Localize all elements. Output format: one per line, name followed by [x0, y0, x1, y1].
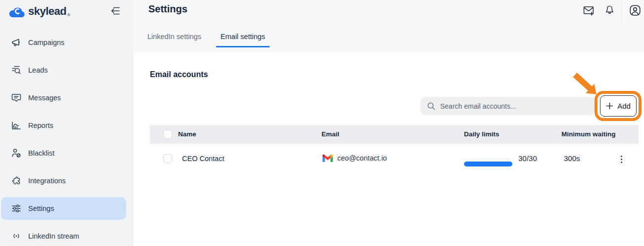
megaphone-icon: [11, 37, 22, 48]
chat-bubble-icon: [11, 92, 22, 103]
column-header-daily-limits: Daily limits: [464, 130, 499, 138]
sidebar-item-label: LinkedIn stream: [28, 232, 79, 240]
registered-mark: ®: [67, 13, 70, 17]
daily-limit-value: 30/30: [518, 154, 537, 163]
sidebar-item-leads[interactable]: Leads: [1, 59, 126, 82]
brand-logo[interactable]: skylead ®: [8, 4, 70, 19]
sidebar-item-linkedin-stream[interactable]: LinkedIn stream: [1, 225, 126, 246]
select-all-checkbox[interactable]: [163, 130, 172, 139]
sidebar-item-blacklist[interactable]: Blacklist: [1, 142, 126, 164]
account-email: ceo@contact.io: [337, 154, 387, 162]
row-actions-menu-button[interactable]: [615, 152, 627, 166]
tab-linkedin-settings[interactable]: LinkedIn settings: [147, 32, 201, 47]
page-title: Settings: [148, 3, 187, 15]
new-message-button[interactable]: [583, 4, 595, 17]
leads-search-icon: [11, 65, 22, 76]
account-button[interactable]: [629, 4, 642, 17]
search-input[interactable]: [440, 102, 584, 110]
brand-name: skylead: [28, 5, 66, 18]
daily-limit-progress-fill: [464, 162, 512, 166]
sidebar-item-integrations[interactable]: Integrations: [1, 169, 126, 192]
sidebar-item-campaigns[interactable]: Campaigns: [1, 31, 126, 54]
sidebar-item-messages[interactable]: Messages: [1, 86, 126, 109]
column-header-email: Email: [322, 130, 339, 138]
add-button-label: Add: [617, 102, 631, 110]
daily-limit-progress: [464, 162, 512, 166]
app-root: { "brand": { "name": "skylead", "mark": …: [0, 0, 644, 246]
kebab-icon: [621, 156, 622, 157]
column-header-minimum-waiting: Minimum waiting: [561, 130, 622, 138]
collapse-sidebar-icon: [109, 5, 121, 17]
annotation-arrow-icon: [571, 72, 599, 97]
sidebar-item-label: Blacklist: [28, 149, 54, 157]
sidebar-item-label: Reports: [28, 122, 53, 129]
broadcast-icon: [11, 231, 22, 242]
sidebar-item-reports[interactable]: Reports: [1, 114, 126, 137]
account-name: CEO Contact: [182, 155, 224, 163]
gmail-icon: [322, 154, 333, 162]
plus-icon: [606, 102, 613, 110]
notifications-bell-icon: [604, 4, 615, 16]
section-title: Email accounts: [150, 70, 208, 79]
sidebar-item-settings[interactable]: Settings: [1, 197, 126, 220]
sidebar-item-label: Campaigns: [28, 39, 64, 46]
add-email-account-button[interactable]: Add: [600, 95, 637, 117]
row-checkbox[interactable]: [163, 154, 172, 163]
settings-tabs: LinkedIn settings Email settings: [147, 32, 270, 47]
chart-icon: [11, 120, 22, 131]
mail-plus-icon: [583, 4, 595, 17]
blocked-user-icon: [11, 148, 22, 159]
table-row: CEO Contact ceo@contact.io 30/30 300s: [150, 144, 639, 174]
sidebar-nav: Campaigns Leads Messages Reports: [1, 31, 126, 246]
collapse-sidebar-button[interactable]: [108, 4, 122, 18]
email-accounts-table-header: Name Email Daily limits Minimum waiting: [150, 125, 639, 144]
sidebar-item-label: Messages: [28, 94, 61, 102]
column-header-name: Name: [178, 130, 196, 138]
account-icon: [629, 4, 642, 17]
puzzle-icon: [11, 175, 22, 186]
search-icon: [426, 101, 436, 111]
sliders-icon: [11, 203, 22, 214]
cloud-logo-icon: [8, 5, 25, 18]
sidebar-item-label: Settings: [28, 205, 54, 212]
topbar-divider: [622, 1, 622, 21]
account-email-cell: ceo@contact.io: [322, 154, 387, 162]
sidebar: skylead ® Campaigns Leads: [0, 0, 134, 246]
sidebar-item-label: Integrations: [28, 177, 66, 185]
minimum-waiting-value: 300s: [564, 154, 580, 163]
notifications-button[interactable]: [604, 4, 615, 16]
search-email-accounts[interactable]: [420, 97, 595, 115]
sidebar-item-label: Leads: [28, 66, 48, 74]
tab-email-settings[interactable]: Email settings: [216, 32, 270, 47]
